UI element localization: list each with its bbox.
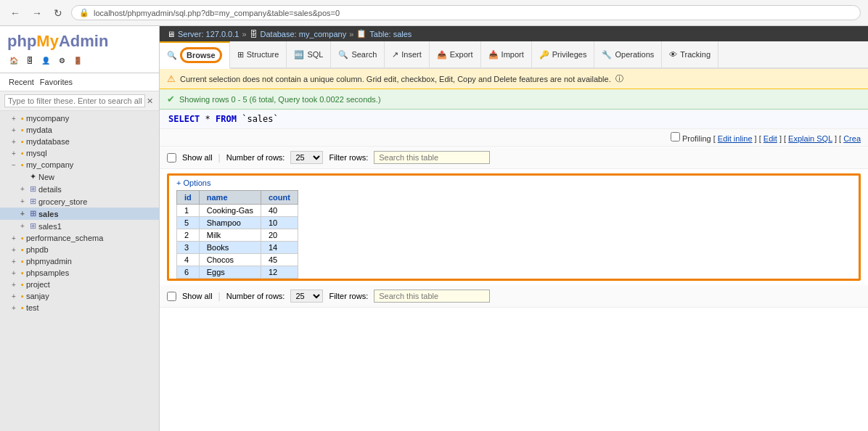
- filter-rows-input-top[interactable]: [374, 151, 490, 164]
- logo-php: php: [7, 32, 36, 50]
- filter-clear-button[interactable]: ✕: [145, 97, 155, 106]
- show-all-checkbox-bottom[interactable]: [167, 292, 176, 301]
- breadcrumb-table[interactable]: Table: sales: [369, 30, 412, 38]
- browse-button[interactable]: 🔍 Browse: [160, 41, 230, 69]
- privileges-icon: 🔑: [539, 50, 549, 59]
- bottom-controls-bar: Show all | Number of rows: 25 50 100 Fil…: [160, 285, 868, 308]
- edit-link[interactable]: Edit: [763, 134, 777, 143]
- cell-name: Milk: [199, 229, 261, 242]
- breadcrumb-database[interactable]: Database: my_company: [261, 30, 347, 38]
- filter-rows-input-bottom[interactable]: [374, 290, 490, 303]
- tree-item-new[interactable]: ✦ New: [0, 171, 159, 183]
- db-name: mycompany: [26, 114, 69, 123]
- col-header-id[interactable]: id: [177, 191, 200, 205]
- filter-input[interactable]: [4, 94, 145, 107]
- forward-button[interactable]: →: [29, 6, 45, 20]
- table-name: sales: [38, 210, 59, 218]
- expand-icon: +: [20, 197, 28, 205]
- sql-table: `sales`: [242, 114, 279, 124]
- cell-count: 12: [261, 266, 298, 279]
- table-row: 1Cooking-Gas40: [177, 205, 298, 217]
- expand-icon: +: [20, 185, 28, 193]
- privileges-label: Privileges: [552, 50, 587, 59]
- tree-item-details[interactable]: + ⊞ details: [0, 183, 159, 195]
- num-rows-label-top: Number of rows:: [226, 153, 285, 162]
- expand-icon: +: [12, 246, 19, 254]
- export-button[interactable]: 📤 Export: [430, 41, 481, 67]
- db-name: sanjay: [26, 292, 49, 300]
- col-header-name[interactable]: name: [199, 191, 261, 205]
- expand-icon: −: [12, 161, 19, 169]
- tree-item-test[interactable]: + ▪ test: [0, 302, 159, 313]
- favorites-button[interactable]: Favorites: [37, 76, 75, 88]
- table-row: 3Books14: [177, 242, 298, 254]
- privileges-button[interactable]: 🔑 Privileges: [532, 41, 595, 67]
- show-all-label-bottom: Show all: [182, 292, 213, 300]
- operations-button[interactable]: 🔧 Operations: [594, 41, 662, 67]
- db-icon: ▪: [21, 160, 24, 169]
- back-button[interactable]: ←: [7, 6, 23, 20]
- recent-button[interactable]: Recent: [6, 76, 37, 88]
- create-link[interactable]: Crea: [843, 134, 861, 143]
- export-label: Export: [450, 50, 473, 59]
- tree-item-my-company[interactable]: − ▪ my_company: [0, 159, 159, 171]
- num-rows-select-top[interactable]: 25 50 100: [290, 151, 323, 164]
- db-icon: ▪: [21, 149, 24, 157]
- cell-id: 3: [177, 242, 200, 254]
- refresh-button[interactable]: ↻: [51, 6, 65, 20]
- tracking-button[interactable]: 👁 Tracking: [662, 41, 718, 67]
- filter-rows-label-bottom: Filter rows:: [329, 292, 368, 300]
- tree-item-mysql[interactable]: + ▪ mysql: [0, 147, 159, 159]
- search-button[interactable]: 🔍 Search: [331, 41, 385, 67]
- tree-item-phpsamples[interactable]: + ▪ phpsamples: [0, 267, 159, 279]
- operations-label: Operations: [615, 50, 654, 59]
- tree-item-project[interactable]: + ▪ project: [0, 279, 159, 290]
- cell-name: Shampoo: [199, 217, 261, 229]
- profiling-checkbox[interactable]: [671, 132, 680, 141]
- filter-rows-label-top: Filter rows:: [329, 153, 368, 162]
- cell-id: 1: [177, 205, 200, 217]
- cell-name: Chocos: [199, 254, 261, 266]
- profiling-sep3: ] [: [779, 134, 788, 143]
- sql-button[interactable]: 🔤 SQL: [287, 41, 331, 67]
- num-rows-select-bottom[interactable]: 25 50 100: [290, 290, 323, 303]
- explain-sql-link[interactable]: Explain SQL: [788, 134, 832, 143]
- tree-item-phpmyadmin[interactable]: + ▪ phpmyadmin: [0, 255, 159, 267]
- url-text[interactable]: localhost/phpmyadmin/sql.php?db=my_compa…: [94, 9, 340, 17]
- sql-display: SELECT * FROM `sales`: [160, 110, 868, 129]
- sql-star: *: [205, 114, 216, 124]
- tree-item-sales[interactable]: + ⊞ sales: [0, 208, 159, 220]
- tree-item-sanjay[interactable]: + ▪ sanjay: [0, 290, 159, 302]
- db-name: mydata: [26, 126, 52, 134]
- col-header-count[interactable]: count: [261, 191, 298, 205]
- home-icon[interactable]: 🏠: [7, 54, 20, 67]
- tree-item-mydata[interactable]: + ▪ mydata: [0, 124, 159, 136]
- tree-item-sales1[interactable]: + ⊞ sales1: [0, 220, 159, 232]
- tree-item-mydatabase[interactable]: + ▪ mydatabase: [0, 136, 159, 147]
- settings-icon[interactable]: ⚙: [55, 54, 68, 67]
- tracking-icon: 👁: [669, 50, 677, 59]
- success-text: Showing rows 0 - 5 (6 total, Query took …: [179, 95, 381, 104]
- breadcrumb: 🖥 Server: 127.0.0.1 » 🗄 Database: my_com…: [160, 26, 868, 41]
- breadcrumb-server[interactable]: Server: 127.0.0.1: [178, 30, 239, 38]
- insert-button[interactable]: ↗ Insert: [385, 41, 430, 67]
- show-all-checkbox-top[interactable]: [167, 153, 176, 163]
- import-icon: 📥: [488, 50, 499, 59]
- expand-icon: +: [20, 222, 28, 230]
- import-button[interactable]: 📥 Import: [481, 41, 532, 67]
- tree-item-performance-schema[interactable]: + ▪ performance_schema: [0, 232, 159, 244]
- tree-item-phpdb[interactable]: + ▪ phpdb: [0, 244, 159, 255]
- exit-icon[interactable]: 🚪: [71, 54, 84, 67]
- warning-banner: ⚠ Current selection does not contain a u…: [160, 69, 868, 89]
- options-link[interactable]: + Options: [169, 176, 859, 190]
- tree-item-mycompany[interactable]: + ▪ mycompany: [0, 112, 159, 124]
- user-icon[interactable]: 👤: [39, 54, 52, 67]
- expand-icon: +: [12, 234, 19, 242]
- success-banner: ✔ Showing rows 0 - 5 (6 total, Query too…: [160, 89, 868, 110]
- export-icon: 📤: [437, 50, 447, 59]
- edit-inline-link[interactable]: Edit inline: [718, 134, 753, 143]
- tree-item-grocery-store[interactable]: + ⊞ grocery_store: [0, 195, 159, 208]
- db-icon[interactable]: 🗄: [23, 54, 36, 67]
- structure-button[interactable]: ⊞ Structure: [230, 41, 287, 67]
- help-icon[interactable]: ⓘ: [615, 73, 623, 84]
